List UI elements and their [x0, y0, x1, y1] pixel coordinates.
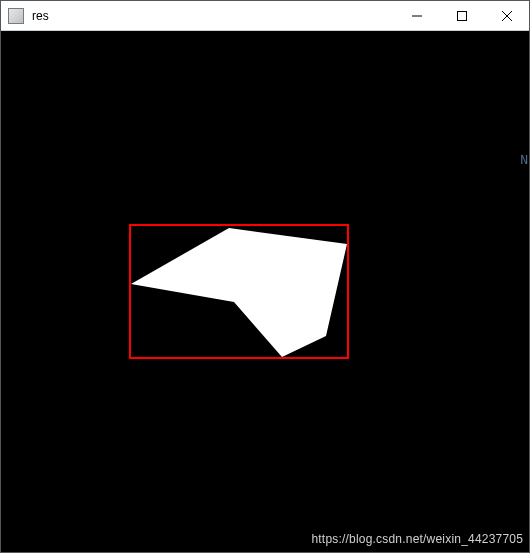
canvas-surface	[1, 31, 529, 552]
image-app-icon	[8, 8, 24, 24]
watermark-text: https://blog.csdn.net/weixin_44237705	[311, 532, 523, 546]
titlebar[interactable]: res	[1, 1, 529, 31]
image-canvas: https://blog.csdn.net/weixin_44237705	[1, 31, 529, 552]
app-window: res	[0, 0, 530, 553]
maximize-button[interactable]	[439, 1, 484, 30]
window-controls	[394, 1, 529, 30]
svg-rect-1	[457, 11, 466, 20]
close-icon	[502, 11, 512, 21]
minimize-icon	[412, 11, 422, 21]
side-letter: N	[520, 152, 528, 167]
maximize-icon	[457, 11, 467, 21]
window-title: res	[32, 9, 394, 23]
close-button[interactable]	[484, 1, 529, 30]
bounding-rect	[129, 224, 349, 359]
minimize-button[interactable]	[394, 1, 439, 30]
